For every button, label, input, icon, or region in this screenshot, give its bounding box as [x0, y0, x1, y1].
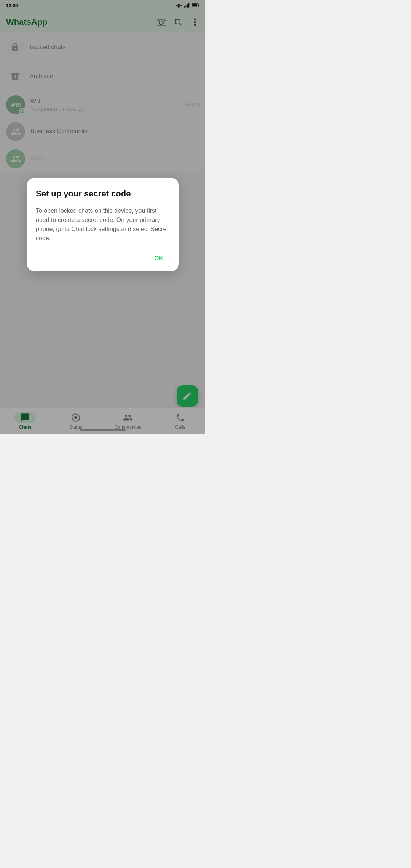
dialog-actions: OK	[36, 252, 170, 265]
dialog-ok-button[interactable]: OK	[148, 252, 170, 265]
secret-code-dialog: Set up your secret code To open locked c…	[27, 178, 179, 271]
dialog-title: Set up your secret code	[36, 188, 170, 199]
dialog-body: To open locked chats on this device, you…	[36, 206, 170, 243]
